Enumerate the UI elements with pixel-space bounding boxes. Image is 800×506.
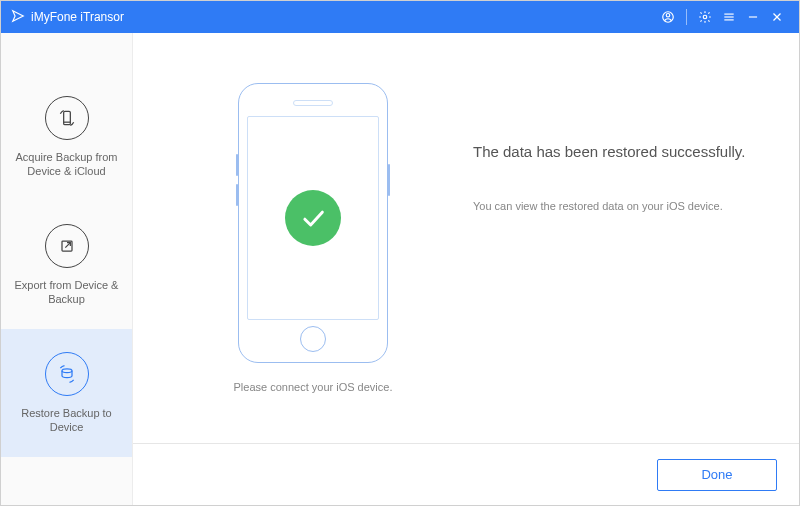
phone-illustration	[238, 83, 388, 363]
sidebar-item-label: Restore Backup to Device	[9, 406, 124, 435]
success-subtitle: You can view the restored data on your i…	[473, 200, 745, 212]
sidebar-item-acquire-backup[interactable]: Acquire Backup from Device & iCloud	[1, 73, 132, 201]
account-button[interactable]	[656, 5, 680, 29]
titlebar-divider	[686, 9, 687, 25]
close-button[interactable]	[765, 5, 789, 29]
menu-button[interactable]	[717, 5, 741, 29]
svg-point-12	[62, 369, 72, 373]
app-logo-icon	[11, 9, 25, 26]
sidebar-item-restore-backup[interactable]: Restore Backup to Device	[1, 329, 132, 457]
minimize-button[interactable]	[741, 5, 765, 29]
svg-point-2	[703, 15, 707, 19]
success-title: The data has been restored successfully.	[473, 143, 745, 160]
export-icon	[45, 224, 89, 268]
done-button[interactable]: Done	[657, 459, 777, 491]
success-check-icon	[285, 190, 341, 246]
phone-sync-icon	[45, 96, 89, 140]
app-window: iMyFone iTransor	[0, 0, 800, 506]
sidebar-item-export[interactable]: Export from Device & Backup	[1, 201, 132, 329]
message-column: The data has been restored successfully.…	[433, 83, 745, 212]
svg-point-1	[666, 14, 670, 18]
main-panel: Please connect your iOS device. The data…	[133, 33, 799, 505]
database-restore-icon	[45, 352, 89, 396]
settings-button[interactable]	[693, 5, 717, 29]
sidebar: Acquire Backup from Device & iCloud Expo…	[1, 33, 133, 505]
device-column: Please connect your iOS device.	[193, 83, 433, 393]
content-area: Please connect your iOS device. The data…	[133, 33, 799, 443]
sidebar-item-label: Export from Device & Backup	[9, 278, 124, 307]
phone-screen	[247, 116, 379, 320]
app-title: iMyFone iTransor	[31, 10, 124, 24]
sidebar-item-label: Acquire Backup from Device & iCloud	[9, 150, 124, 179]
app-brand: iMyFone iTransor	[11, 9, 124, 26]
connect-prompt: Please connect your iOS device.	[234, 381, 393, 393]
titlebar: iMyFone iTransor	[1, 1, 799, 33]
app-body: Acquire Backup from Device & iCloud Expo…	[1, 33, 799, 505]
footer-bar: Done	[133, 443, 799, 505]
